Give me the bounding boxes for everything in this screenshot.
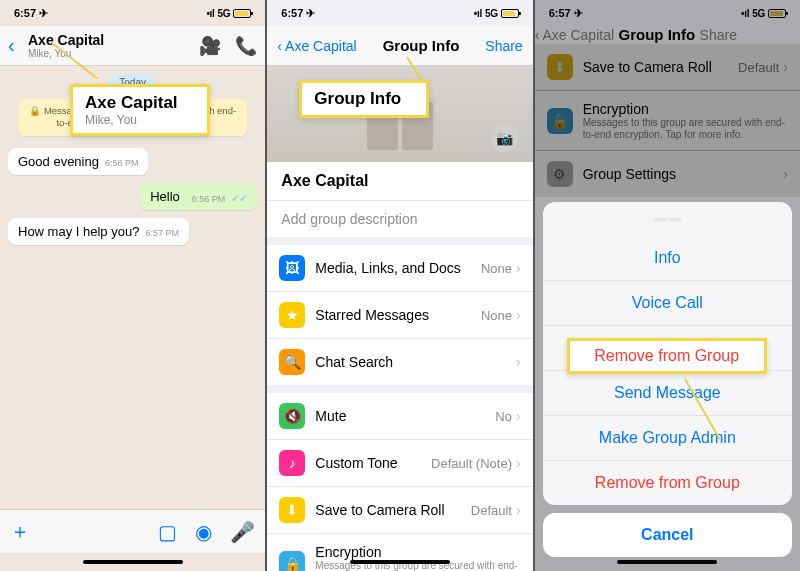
home-indicator[interactable] [535,553,800,571]
callout-group-info: Group Info [299,80,429,118]
chevron-right-icon: › [516,307,521,323]
screen-chat: 6:57 ✈ •ıl 5G ‹ Axe Capital Mike, You 🎥 … [0,0,266,571]
row-tone[interactable]: ♪ Custom Tone Default (Note) › [267,440,532,487]
back-button[interactable]: ‹ Axe Capital [277,38,356,54]
media-icon: 🖼 [279,255,305,281]
status-right: •ıl 5G [206,8,251,19]
screen-action-sheet: 6:57 ✈ •ıl 5G ‹ Axe Capital Group Info S… [534,0,800,571]
three-phone-tutorial: 6:57 ✈ •ıl 5G ‹ Axe Capital Mike, You 🎥 … [0,0,800,571]
screen-group-info: 6:57 ✈ •ıl 5G ‹ Axe Capital Group Info S… [266,0,533,571]
battery-icon [233,9,251,18]
callout-chat-title: Axe Capital Mike, You [70,84,210,136]
sheet-cancel[interactable]: Cancel [543,513,792,557]
battery-icon [501,9,519,18]
home-indicator[interactable] [267,553,532,571]
row-save[interactable]: ⬇ Save to Camera Roll Default › [267,487,532,534]
page-title: Group Info [383,37,460,54]
row-starred[interactable]: ★ Starred Messages None › [267,292,532,339]
back-icon[interactable]: ‹ [8,34,26,57]
video-call-icon[interactable]: 🎥 [199,35,221,57]
message-in[interactable]: Good evening6:56 PM [8,148,148,175]
signal-icon: •ıl [206,8,214,19]
search-icon: 🔍 [279,349,305,375]
chevron-right-icon: › [516,354,521,370]
sheet-send-message[interactable]: Send Message [543,371,792,416]
signal-icon: •ıl [474,8,482,19]
sheet-make-admin[interactable]: Make Group Admin [543,416,792,461]
callout-subtitle: Mike, You [85,113,195,127]
mute-icon: 🔇 [279,403,305,429]
group-name-row[interactable]: Axe Capital [267,162,532,201]
chevron-right-icon: › [516,408,521,424]
callout-title: Axe Capital [85,93,195,113]
network-label: 5G [218,8,231,19]
save-icon: ⬇ [279,497,305,523]
voice-call-icon[interactable]: 📞 [235,35,257,57]
chevron-right-icon: › [516,260,521,276]
home-indicator[interactable] [0,553,265,571]
network-label: 5G [485,8,498,19]
share-button[interactable]: Share [485,38,522,54]
sheet-header: — — [543,202,792,236]
chat-body: Today 🔒 Messages to this group are secur… [0,66,265,509]
sheet-voice-call[interactable]: Voice Call [543,281,792,326]
row-media[interactable]: 🖼 Media, Links, and Docs None › [267,245,532,292]
status-time: 6:57 ✈ [14,7,48,20]
sticker-icon[interactable]: ▢ [158,520,177,544]
group-info-nav: ‹ Axe Capital Group Info Share [267,26,532,66]
chat-nav: ‹ Axe Capital Mike, You 🎥 📞 [0,26,265,66]
row-mute[interactable]: 🔇 Mute No › [267,393,532,440]
status-bar: 6:57 ✈ •ıl 5G [267,0,532,26]
attach-icon[interactable]: ＋ [10,518,30,545]
callout-title: Remove from Group [582,347,752,365]
mic-icon[interactable]: 🎤 [230,520,255,544]
sheet-info[interactable]: Info [543,236,792,281]
chevron-right-icon: › [516,502,521,518]
group-desc-row[interactable]: Add group description [267,201,532,237]
edit-photo-icon[interactable]: 📷 [491,124,519,152]
status-time: 6:57 ✈ [281,7,315,20]
action-sheet: — — Info Voice Call Video Call Send Mess… [543,202,792,557]
row-search[interactable]: 🔍 Chat Search › [267,339,532,385]
read-ticks-icon: ✓✓ [231,193,247,204]
status-right: •ıl 5G [474,8,519,19]
chevron-right-icon: › [516,455,521,471]
message-in[interactable]: How may I help you?6:57 PM [8,218,189,245]
chat-input-bar: ＋ ▢ ◉ 🎤 [0,509,265,553]
chat-subtitle: Mike, You [28,48,199,59]
message-out[interactable]: Hello6:56 PM✓✓ [140,183,257,210]
callout-remove: Remove from Group [567,338,767,374]
status-bar: 6:57 ✈ •ıl 5G [0,0,265,26]
star-icon: ★ [279,302,305,328]
callout-title: Group Info [314,89,414,109]
sheet-remove[interactable]: Remove from Group [543,461,792,505]
camera-icon[interactable]: ◉ [195,520,212,544]
tone-icon: ♪ [279,450,305,476]
